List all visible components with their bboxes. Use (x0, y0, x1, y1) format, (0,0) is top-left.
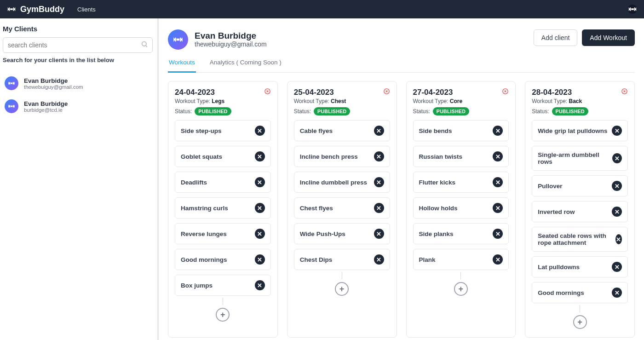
delete-workout-icon[interactable] (264, 88, 271, 97)
remove-exercise-icon[interactable]: ✕ (493, 229, 503, 239)
remove-exercise-icon[interactable]: ✕ (255, 151, 265, 161)
workout-card: 28-04-2023Workout Type: BackStatus: PUBL… (525, 81, 635, 338)
sidebar-client-item[interactable]: Evan Burbidgeburbidge@tcd.ie (3, 95, 153, 118)
remove-exercise-icon[interactable]: ✕ (255, 203, 265, 213)
exercise-row[interactable]: Side bends✕ (413, 120, 509, 141)
remove-exercise-icon[interactable]: ✕ (255, 280, 265, 290)
workout-status: Status: PUBLISHED (175, 107, 231, 115)
workout-card: 25-04-2023Workout Type: ChestStatus: PUB… (287, 81, 397, 338)
remove-exercise-icon[interactable]: ✕ (493, 126, 503, 136)
exercise-name: Goblet squats (181, 153, 222, 160)
exercise-row[interactable]: Goblet squats✕ (175, 146, 271, 167)
exercise-name: Wide grip lat pulldowns (538, 127, 607, 134)
remove-exercise-icon[interactable]: ✕ (493, 151, 503, 161)
workout-card: 24-04-2023Workout Type: LegsStatus: PUBL… (168, 81, 278, 338)
status-badge: PUBLISHED (314, 107, 350, 115)
exercise-name: Russian twists (419, 153, 463, 160)
exercise-name: Incline bench press (300, 153, 358, 160)
exercise-row[interactable]: Hamstring curls✕ (175, 197, 271, 219)
remove-exercise-icon[interactable]: ✕ (255, 229, 265, 239)
exercise-row[interactable]: Lat pulldowns✕ (532, 256, 628, 277)
page-title: Evan Burbidge (195, 31, 267, 41)
workout-status: Status: PUBLISHED (294, 107, 351, 115)
brand-name: GymBuddy (20, 5, 64, 14)
brand[interactable]: GymBuddy (6, 4, 64, 14)
add-exercise-button[interactable]: + (454, 282, 468, 296)
remove-exercise-icon[interactable]: ✕ (493, 203, 503, 213)
delete-workout-icon[interactable] (383, 88, 390, 97)
exercise-row[interactable]: Reverse lunges✕ (175, 223, 271, 244)
exercise-row[interactable]: Inverted row✕ (532, 201, 628, 222)
exercise-row[interactable]: Chest flyes✕ (294, 197, 390, 219)
exercise-row[interactable]: Pullover✕ (532, 175, 628, 196)
add-client-button[interactable]: Add client (534, 29, 577, 46)
remove-exercise-icon[interactable]: ✕ (255, 126, 265, 136)
nav-clients[interactable]: Clients (77, 6, 96, 13)
remove-exercise-icon[interactable]: ✕ (255, 254, 265, 265)
exercise-row[interactable]: Wide Push-Ups✕ (294, 223, 390, 244)
exercise-row[interactable]: Wide grip lat pulldowns✕ (532, 120, 628, 141)
add-exercise-button[interactable]: + (335, 282, 349, 296)
exercise-name: Pullover (538, 183, 562, 190)
workout-type: Workout Type: Legs (175, 98, 231, 104)
main-content: Evan Burbidge thewebuiguy@gmail.com Add … (159, 18, 644, 340)
remove-exercise-icon[interactable]: ✕ (255, 177, 265, 187)
delete-workout-icon[interactable] (502, 88, 509, 97)
exercise-row[interactable]: Seated cable rows with rope attachment✕ (532, 227, 628, 252)
tabs: Workouts Analytics ( Coming Soon ) (168, 54, 635, 73)
search-input[interactable] (3, 37, 153, 53)
add-exercise-button[interactable]: + (216, 308, 230, 322)
exercise-row[interactable]: Side step-ups✕ (175, 120, 271, 141)
header-avatar-icon[interactable] (627, 4, 638, 14)
exercise-row[interactable]: Cable flyes✕ (294, 120, 390, 141)
remove-exercise-icon[interactable]: ✕ (493, 254, 503, 265)
workout-type: Workout Type: Core (413, 98, 470, 104)
remove-exercise-icon[interactable]: ✕ (374, 229, 384, 239)
exercise-row[interactable]: Single-arm dumbbell rows✕ (532, 146, 628, 171)
avatar (5, 99, 18, 113)
sidebar-client-item[interactable]: Evan Burbidgethewebuiguy@gmail.com (3, 72, 153, 95)
exercise-row[interactable]: Deadlifts✕ (175, 172, 271, 193)
exercise-name: Inverted row (538, 208, 575, 215)
remove-exercise-icon[interactable]: ✕ (374, 203, 384, 213)
remove-exercise-icon[interactable]: ✕ (612, 181, 622, 191)
exercise-row[interactable]: Plank✕ (413, 249, 509, 270)
exercise-row[interactable]: Good mornings✕ (532, 282, 628, 303)
remove-exercise-icon[interactable]: ✕ (612, 288, 622, 298)
workout-card: 27-04-2023Workout Type: CoreStatus: PUBL… (406, 81, 516, 338)
exercise-row[interactable]: Side planks✕ (413, 223, 509, 244)
exercise-name: Seated cable rows with rope attachment (538, 232, 615, 246)
delete-workout-icon[interactable] (621, 88, 628, 97)
sidebar: My Clients Search for your clients in th… (0, 18, 159, 340)
remove-exercise-icon[interactable]: ✕ (493, 177, 503, 187)
status-badge: PUBLISHED (195, 107, 231, 115)
remove-exercise-icon[interactable]: ✕ (374, 151, 384, 161)
remove-exercise-icon[interactable]: ✕ (612, 126, 622, 136)
add-exercise-button[interactable]: + (573, 315, 587, 329)
exercise-row[interactable]: Flutter kicks✕ (413, 172, 509, 193)
exercise-name: Flutter kicks (419, 179, 456, 186)
exercise-row[interactable]: Incline bench press✕ (294, 146, 390, 167)
svg-line-2 (146, 46, 147, 47)
exercise-row[interactable]: Incline dumbbell press✕ (294, 172, 390, 193)
exercise-row[interactable]: Box jumps✕ (175, 275, 271, 296)
divider (580, 305, 580, 312)
logo-icon (6, 4, 17, 14)
remove-exercise-icon[interactable]: ✕ (374, 177, 384, 187)
tab-analytics[interactable]: Analytics ( Coming Soon ) (209, 54, 282, 72)
search-icon (141, 40, 148, 50)
exercise-row[interactable]: Russian twists✕ (413, 146, 509, 167)
tab-workouts[interactable]: Workouts (168, 54, 196, 73)
remove-exercise-icon[interactable]: ✕ (374, 126, 384, 136)
remove-exercise-icon[interactable]: ✕ (612, 153, 622, 163)
remove-exercise-icon[interactable]: ✕ (612, 207, 622, 217)
remove-exercise-icon[interactable]: ✕ (612, 262, 622, 272)
exercise-row[interactable]: Hollow holds✕ (413, 197, 509, 219)
exercise-name: Side bends (419, 127, 452, 134)
add-workout-button[interactable]: Add Workout (582, 29, 635, 46)
exercise-name: Deadlifts (181, 179, 207, 186)
remove-exercise-icon[interactable]: ✕ (615, 234, 622, 244)
exercise-row[interactable]: Good mornings✕ (175, 249, 271, 270)
exercise-row[interactable]: Chest Dips✕ (294, 249, 390, 270)
remove-exercise-icon[interactable]: ✕ (374, 254, 384, 265)
